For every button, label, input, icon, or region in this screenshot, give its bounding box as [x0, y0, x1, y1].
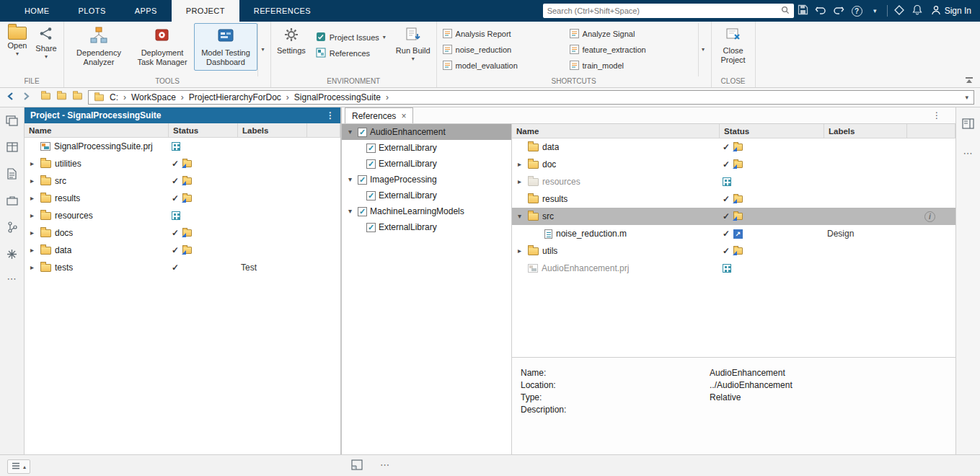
tab-references-document[interactable]: References	[345, 107, 413, 123]
column-name[interactable]: Name	[512, 124, 720, 138]
apps-panel-icon[interactable]	[5, 247, 19, 261]
expand-arrow-icon[interactable]	[30, 195, 34, 202]
table-row[interactable]: SignalProcessingSuite.prj	[25, 138, 340, 155]
expand-arrow-icon[interactable]	[518, 213, 521, 220]
more-panels-icon[interactable]: ⋯	[7, 273, 17, 284]
table-row-selected[interactable]: src	[512, 208, 955, 225]
model-testing-dashboard-button[interactable]: Model Testing Dashboard	[194, 23, 257, 71]
shortcut-model-evaluation[interactable]: model_evaluation	[443, 61, 570, 71]
search-input[interactable]	[547, 6, 778, 15]
tools-gallery-expand[interactable]: ▾	[257, 23, 268, 76]
source-control-panel-icon[interactable]	[5, 220, 19, 234]
toolstrip-more-button[interactable]: ▾	[866, 0, 884, 22]
panel-menu-icon[interactable]: ⋮	[326, 110, 335, 120]
shortcut-train-model[interactable]: train_model	[570, 61, 697, 71]
collapse-ribbon-button[interactable]	[966, 77, 973, 83]
table-row[interactable]: tests Test	[25, 259, 340, 276]
run-build-button[interactable]: Run Build ▾	[393, 23, 433, 62]
info-icon[interactable]	[924, 211, 935, 222]
open-button[interactable]: Open ▾	[3, 23, 32, 57]
browse-folder-button[interactable]	[72, 92, 83, 102]
references-button[interactable]: References	[316, 48, 386, 59]
table-row[interactable]: resources	[25, 207, 340, 224]
tree-item-externallibrary[interactable]: ExternalLibrary	[342, 188, 511, 203]
help-button[interactable]: ?	[848, 0, 866, 22]
table-row[interactable]: AudioEnhancement.prj	[512, 260, 955, 277]
global-search[interactable]	[543, 4, 794, 18]
column-name[interactable]: Name	[25, 123, 169, 137]
deployment-task-manager-button[interactable]: Deployment Task Manager	[131, 23, 194, 71]
column-status[interactable]: Status	[169, 123, 238, 137]
sign-in-button[interactable]: Sign In	[927, 5, 980, 17]
redo-button[interactable]	[830, 0, 848, 22]
table-row[interactable]: results	[25, 190, 340, 207]
tab-apps[interactable]: APPS	[120, 0, 172, 22]
shortcuts-gallery-expand[interactable]: ▾	[698, 23, 708, 76]
tree-item-machinelearningmodels[interactable]: MachineLearningModels	[342, 203, 511, 219]
expand-arrow-icon[interactable]	[30, 160, 34, 167]
table-row[interactable]: results	[512, 190, 955, 208]
tab-project[interactable]: PROJECT	[172, 0, 239, 22]
table-row[interactable]: resources	[512, 173, 955, 190]
expand-arrow-icon[interactable]	[30, 212, 34, 219]
table-row[interactable]: data	[512, 138, 955, 156]
table-row[interactable]: utils	[512, 242, 955, 260]
breadcrumb-segment[interactable]: C:	[110, 92, 118, 102]
tab-close-icon[interactable]	[401, 112, 406, 120]
expand-arrow-icon[interactable]	[348, 176, 352, 183]
breadcrumb-segment[interactable]: SignalProcessingSuite	[294, 92, 381, 102]
expand-arrow-icon[interactable]	[518, 178, 521, 185]
expand-arrow-icon[interactable]	[518, 247, 521, 255]
dependency-analyzer-button[interactable]: Dependency Analyzer	[67, 23, 131, 71]
panel-expand-button[interactable]: ▴	[7, 459, 30, 474]
tab-home[interactable]: HOME	[10, 0, 64, 22]
preview-pane-button[interactable]	[351, 459, 363, 472]
details-panel-icon[interactable]	[961, 116, 976, 131]
column-labels[interactable]: Labels	[824, 124, 907, 138]
expand-arrow-icon[interactable]	[348, 128, 352, 136]
table-row[interactable]: docs	[25, 224, 340, 242]
panel-menu-icon[interactable]: ⋮	[932, 110, 941, 120]
notifications-button[interactable]	[909, 0, 927, 22]
expand-arrow-icon[interactable]	[518, 161, 521, 168]
more-panels-icon[interactable]: ⋯	[963, 148, 974, 159]
table-row[interactable]: doc	[512, 156, 955, 173]
file-panel-icon[interactable]	[5, 167, 19, 181]
expand-arrow-icon[interactable]	[30, 264, 34, 271]
table-row[interactable]: src	[25, 172, 340, 190]
expand-arrow-icon[interactable]	[30, 247, 34, 254]
community-button[interactable]	[891, 0, 909, 22]
shortcut-feature-extraction[interactable]: feature_extraction	[570, 45, 697, 56]
grid-view-icon[interactable]	[5, 140, 19, 154]
more-options-icon[interactable]: ⋯	[380, 459, 390, 470]
tree-item-externallibrary[interactable]: ExternalLibrary	[342, 140, 511, 156]
column-status[interactable]: Status	[720, 124, 824, 138]
undo-button[interactable]	[812, 0, 830, 22]
shortcut-analyze-signal[interactable]: Analyze Signal	[570, 29, 697, 40]
shortcut-analysis-report[interactable]: Analysis Report	[443, 29, 570, 40]
share-button[interactable]: Share ▾	[32, 23, 61, 60]
shortcut-noise-reduction[interactable]: noise_reduction	[443, 45, 570, 56]
tree-item-externallibrary[interactable]: ExternalLibrary	[342, 156, 511, 172]
table-row[interactable]: data	[25, 242, 340, 259]
expand-arrow-icon[interactable]	[30, 177, 34, 185]
expand-arrow-icon[interactable]	[348, 208, 352, 215]
table-row[interactable]: noise_reduction.m Design	[512, 225, 955, 242]
breadcrumb-dropdown-icon[interactable]: ▾	[965, 94, 968, 101]
new-folder-button[interactable]	[56, 92, 67, 102]
panel-layout-icon[interactable]	[5, 113, 19, 128]
toolbox-panel-icon[interactable]	[5, 193, 19, 208]
project-issues-button[interactable]: Project Issues ▾	[316, 32, 386, 43]
settings-button[interactable]: Settings	[274, 23, 309, 55]
tree-item-audioenhancement[interactable]: AudioEnhancement	[342, 124, 511, 140]
back-button[interactable]	[6, 92, 16, 103]
close-project-button[interactable]: Close Project	[715, 23, 752, 65]
table-row[interactable]: utilities	[25, 155, 340, 172]
breadcrumb-segment[interactable]: WorkSpace	[131, 92, 176, 102]
tab-plots[interactable]: PLOTS	[64, 0, 120, 22]
tab-references[interactable]: REFERENCES	[239, 0, 325, 22]
column-labels[interactable]: Labels	[238, 123, 307, 137]
save-button[interactable]	[794, 0, 812, 22]
forward-button[interactable]	[21, 92, 31, 103]
up-one-level-button[interactable]	[40, 92, 51, 102]
